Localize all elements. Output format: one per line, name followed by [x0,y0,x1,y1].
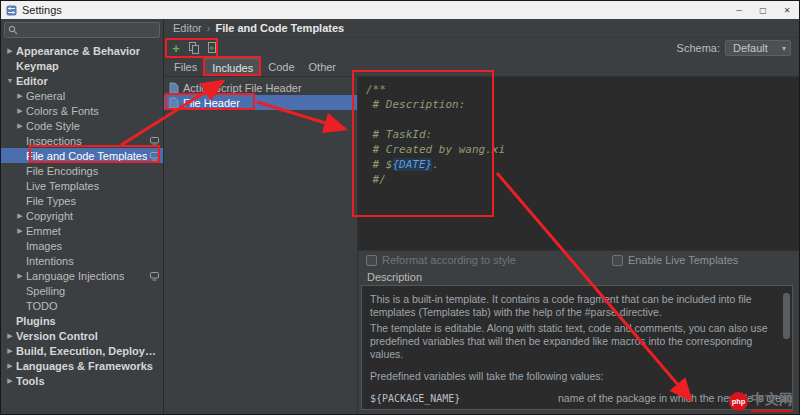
sidebar-item-appearance-behavior[interactable]: ▶Appearance & Behavior [1,43,163,58]
chevron-right-icon[interactable]: ▶ [4,347,16,355]
sidebar-item-file-encodings[interactable]: File Encodings [1,163,163,178]
scrollbar[interactable] [782,288,790,407]
chevron-right-icon[interactable]: ▶ [14,122,26,130]
sidebar-item-intentions[interactable]: Intentions [1,253,163,268]
chevron-down-icon[interactable]: ▼ [4,77,16,84]
checkbox-enable-live-templates[interactable]: Enable Live Templates [612,254,738,266]
sidebar-item-label: Version Control [16,330,98,342]
chevron-right-icon[interactable]: ▶ [14,272,26,280]
checkbox-label: Enable Live Templates [628,254,738,266]
sidebar-item-label: Keymap [16,60,59,72]
add-template-icon[interactable]: + [168,40,184,56]
php-logo-icon: php [729,392,748,411]
sidebar-item-label: Language Injections [26,270,124,282]
templates-list: ActionScript File HeaderFile Header [164,77,358,415]
sidebar-item-file-and-code-templates[interactable]: File and Code Templates [1,148,163,163]
per-project-settings-icon [150,151,159,163]
chevron-right-icon[interactable]: ▶ [4,377,16,385]
chevron-right-icon[interactable]: ▶ [4,47,16,55]
search-icon [8,25,18,35]
checkbox-box[interactable] [366,255,377,266]
tab-other[interactable]: Other [302,58,344,76]
checkbox-reformat-according-to-style[interactable]: Reformat according to style [366,254,516,266]
schema-control: Schema: Default ▾ [677,40,799,56]
chevron-right-icon[interactable]: ▶ [4,362,16,370]
breadcrumb: Editor › File and Code Templates [164,19,799,38]
code-line: # Created by wang.xi [366,142,791,157]
sidebar-item-label: Inspections [26,135,82,147]
description-paragraph: Predefined variables will take the follo… [370,370,776,383]
code-line: # TaskId: [366,127,791,142]
sidebar-item-languages-frameworks[interactable]: ▶Languages & Frameworks [1,358,163,373]
sidebar-item-images[interactable]: Images [1,238,163,253]
sidebar-item-label: Spelling [26,285,65,297]
per-project-settings-icon [150,271,159,283]
tab-code[interactable]: Code [261,58,301,76]
templates-content: ActionScript File HeaderFile Header /** … [164,77,799,415]
template-item-file-header[interactable]: File Header [164,95,357,110]
copy-template-icon[interactable] [186,40,202,56]
sidebar-item-colors-fonts[interactable]: ▶Colors & Fonts [1,103,163,118]
sidebar-item-copyright[interactable]: ▶Copyright [1,208,163,223]
variable-name: ${PACKAGE_NAME} [370,392,558,405]
template-item-label: ActionScript File Header [183,82,302,94]
tab-includes[interactable]: Includes [204,58,261,76]
sidebar-item-label: General [26,90,65,102]
per-project-settings-icon [150,136,159,148]
minimize-button[interactable]: ─ [727,1,751,19]
breadcrumb-separator: › [207,22,211,34]
description-paragraph: This is a built-in template. It contains… [370,293,776,319]
scrollbar-thumb[interactable] [783,293,790,339]
chevron-right-icon[interactable]: ▶ [14,227,26,235]
options-row: Reformat according to styleEnable Live T… [358,251,799,269]
sidebar-item-label: Tools [16,375,45,387]
code-line: # Description: [366,97,791,112]
template-tabs: FilesIncludesCodeOther [164,58,799,77]
settings-tree: ▶Appearance & BehaviorKeymap▼Editor▶Gene… [1,39,163,415]
sidebar-item-file-types[interactable]: File Types [1,193,163,208]
sidebar-item-emmet[interactable]: ▶Emmet [1,223,163,238]
sidebar-item-editor[interactable]: ▼Editor [1,73,163,88]
sidebar-item-language-injections[interactable]: ▶Language Injections [1,268,163,283]
breadcrumb-parent[interactable]: Editor [173,22,202,34]
sidebar-item-label: Emmet [26,225,61,237]
sidebar-item-label: File Types [26,195,76,207]
chevron-right-icon[interactable]: ▶ [4,332,16,340]
sidebar-item-todo[interactable]: TODO [1,298,163,313]
template-item-actionscript-file-header[interactable]: ActionScript File Header [164,80,357,95]
file-icon [169,97,179,109]
chevron-down-icon: ▾ [782,44,786,53]
sidebar-item-spelling[interactable]: Spelling [1,283,163,298]
sidebar-item-label: Images [26,240,62,252]
checkbox-box[interactable] [612,255,623,266]
watermark-text: 中文网 [751,391,793,412]
titlebar: Settings ─ ▢ ✕ [1,1,799,19]
sidebar-item-plugins[interactable]: Plugins [1,313,163,328]
close-button[interactable]: ✕ [775,1,799,19]
sidebar-item-label: Languages & Frameworks [16,360,153,372]
sidebar-item-label: File and Code Templates [26,150,147,162]
search-input[interactable] [4,22,160,38]
sidebar-item-label: Live Templates [26,180,99,192]
template-editor[interactable]: /** # Description: # TaskId: # Created b… [358,77,799,251]
sidebar-item-code-style[interactable]: ▶Code Style [1,118,163,133]
code-line: #/ [366,172,791,187]
chevron-right-icon[interactable]: ▶ [14,107,26,115]
sidebar-item-inspections[interactable]: Inspections [1,133,163,148]
maximize-button[interactable]: ▢ [751,1,775,19]
sidebar-item-keymap[interactable]: Keymap [1,58,163,73]
schema-dropdown[interactable]: Default ▾ [725,40,791,56]
chevron-right-icon[interactable]: ▶ [14,92,26,100]
schema-label: Schema: [677,42,720,54]
sidebar-item-general[interactable]: ▶General [1,88,163,103]
sidebar-item-version-control[interactable]: ▶Version Control [1,328,163,343]
sidebar-item-tools[interactable]: ▶Tools [1,373,163,388]
chevron-right-icon[interactable]: ▶ [14,212,26,220]
sidebar-item-live-templates[interactable]: Live Templates [1,178,163,193]
reset-template-icon[interactable] [204,40,220,56]
tab-files[interactable]: Files [167,58,204,76]
sidebar-item-label: Editor [16,75,48,87]
window-title: Settings [22,4,62,16]
watermark: php 中文网 [729,391,793,412]
sidebar-item-build-execution-deployment[interactable]: ▶Build, Execution, Deployment [1,343,163,358]
